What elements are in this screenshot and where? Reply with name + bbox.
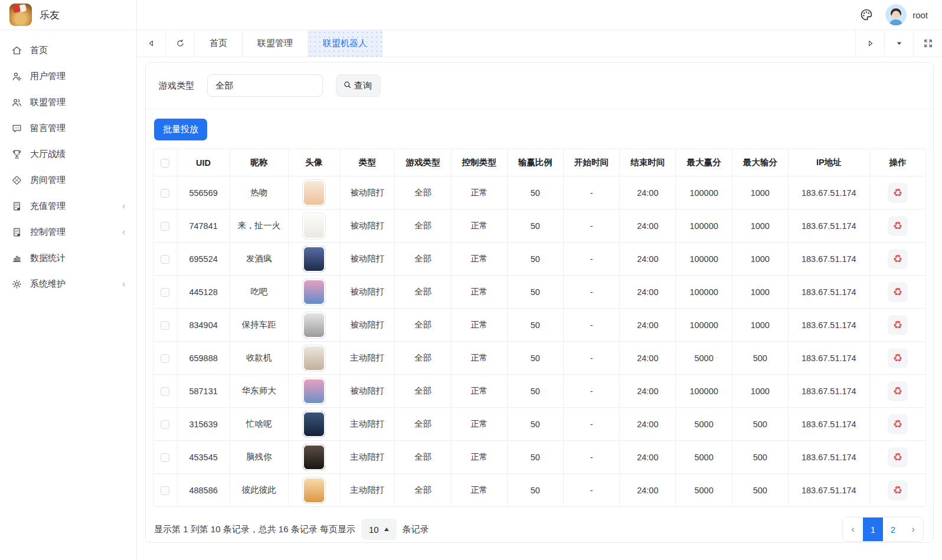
row-checkbox[interactable]: [161, 354, 169, 363]
users-icon: [11, 97, 22, 108]
redeploy-button[interactable]: ♻: [888, 216, 908, 236]
page-button-1[interactable]: 1: [863, 518, 883, 541]
tab-tool-buttons: [855, 30, 942, 57]
batch-deploy-button[interactable]: 批量投放: [154, 119, 207, 140]
palette-icon[interactable]: [859, 8, 874, 22]
row-checkbox[interactable]: [161, 222, 169, 231]
table-row: 556569热吻被动陪打全部正常50-24:001000001000183.67…: [153, 176, 926, 209]
column-header-开始时间: 开始时间: [563, 149, 619, 176]
tab-首页[interactable]: 首页: [195, 30, 243, 57]
redeploy-button[interactable]: ♻: [888, 183, 908, 203]
search-button[interactable]: 查询: [336, 74, 381, 97]
chevron-left-icon: ‹: [122, 202, 125, 210]
search-button-label: 查询: [354, 80, 372, 91]
redeploy-button[interactable]: ♻: [888, 381, 908, 401]
row-checkbox[interactable]: [161, 486, 169, 495]
tab-联盟管理[interactable]: 联盟管理: [243, 30, 308, 57]
end-time-cell: 24:00: [620, 309, 676, 342]
row-avatar: [302, 378, 326, 405]
max-lose-cell: 1000: [732, 276, 788, 309]
sidebar-item-label: 房间管理: [30, 175, 66, 186]
records-summary: 显示第 1 到第 10 条记录，总共 16 条记录 每页显示: [154, 524, 355, 535]
ip-cell: 183.67.51.174: [788, 209, 869, 243]
row-checkbox[interactable]: [161, 420, 169, 429]
sidebar-item-label: 大厅战绩: [30, 149, 66, 160]
ip-cell: 183.67.51.174: [788, 309, 869, 342]
ratio-cell: 50: [507, 408, 563, 441]
column-header-输赢比例: 输赢比例: [507, 149, 563, 176]
select-all-checkbox[interactable]: [161, 159, 169, 168]
sidebar-item-message-mgmt[interactable]: 留言管理: [0, 115, 136, 141]
sidebar-item-home[interactable]: 首页: [0, 37, 136, 63]
ratio-cell: 50: [507, 375, 563, 408]
row-avatar: [302, 179, 326, 207]
row-checkbox[interactable]: [161, 255, 169, 264]
ratio-cell: 50: [507, 243, 563, 276]
action-cell: ♻: [869, 408, 925, 441]
start-time-cell: -: [563, 276, 619, 309]
max-lose-cell: 1000: [732, 375, 788, 408]
redeploy-button[interactable]: ♻: [888, 414, 908, 434]
redeploy-button[interactable]: ♻: [888, 249, 908, 269]
row-checkbox[interactable]: [161, 387, 169, 396]
panel-body: 批量投放 UID昵称头像类型游戏类型控制类型输赢比例开始时间结束时间最大赢分最大…: [146, 109, 933, 542]
building-icon: [11, 227, 22, 238]
sidebar-item-union-mgmt[interactable]: 联盟管理: [0, 89, 136, 115]
row-checkbox[interactable]: [161, 321, 169, 330]
type-cell: 主动陪打: [340, 441, 395, 474]
max-win-cell: 100000: [676, 243, 732, 276]
user-menu[interactable]: root: [885, 4, 928, 25]
game-type-cell: 全部: [395, 176, 451, 209]
row-checkbox[interactable]: [161, 453, 169, 462]
sidebar-item-label: 联盟管理: [30, 97, 66, 108]
prev-page-button[interactable]: ‹: [843, 518, 863, 541]
redeploy-button[interactable]: ♻: [888, 282, 908, 302]
pagination: ‹12›: [842, 517, 924, 542]
max-lose-cell: 1000: [732, 243, 788, 276]
arrow-left-icon[interactable]: [137, 30, 166, 57]
row-select-cell: [153, 441, 178, 474]
row-checkbox[interactable]: [161, 189, 169, 198]
arrow-right-icon[interactable]: [855, 30, 884, 57]
sidebar-item-user-mgmt[interactable]: 用户管理: [0, 63, 136, 89]
start-time-cell: -: [563, 309, 619, 342]
table-row: 659888收款机主动陪打全部正常50-24:005000500183.67.5…: [153, 342, 926, 375]
sidebar-item-room-mgmt[interactable]: 房间管理: [0, 167, 136, 193]
redeploy-button[interactable]: ♻: [888, 480, 908, 500]
row-select-cell: [153, 176, 178, 209]
start-time-cell: -: [563, 441, 619, 474]
page-size-select[interactable]: 10: [361, 519, 397, 540]
user-gear-icon: [11, 71, 22, 82]
max-win-cell: 100000: [676, 375, 732, 408]
start-time-cell: -: [563, 375, 619, 408]
row-checkbox[interactable]: [161, 288, 169, 297]
sidebar-item-label: 系统维护: [30, 279, 66, 290]
redeploy-button[interactable]: ♻: [888, 315, 908, 335]
sidebar-item-system-maint[interactable]: 系统维护‹: [0, 271, 136, 297]
page-button-2[interactable]: 2: [883, 518, 903, 541]
max-win-cell: 5000: [676, 474, 732, 507]
sidebar-item-hall-records[interactable]: 大厅战绩: [0, 141, 136, 167]
refresh-icon[interactable]: [166, 30, 195, 57]
next-page-button[interactable]: ›: [903, 518, 923, 541]
end-time-cell: 24:00: [620, 176, 676, 209]
caret-down-icon[interactable]: [884, 30, 913, 57]
sidebar-item-data-stats[interactable]: 数据统计: [0, 245, 136, 271]
sidebar-item-label: 控制管理: [30, 227, 66, 238]
diamond-icon: [11, 175, 22, 186]
type-cell: 主动陪打: [340, 474, 395, 507]
fullscreen-icon[interactable]: [913, 30, 942, 57]
row-avatar: [302, 477, 326, 504]
tab-联盟机器人[interactable]: 联盟机器人: [308, 30, 382, 57]
redeploy-button[interactable]: ♻: [888, 348, 908, 368]
sidebar-item-control-mgmt[interactable]: 控制管理‹: [0, 219, 136, 245]
nickname-cell: 华东师大: [230, 375, 288, 408]
max-lose-cell: 1000: [732, 309, 788, 342]
uid-cell: 488586: [177, 474, 230, 507]
ip-cell: 183.67.51.174: [788, 342, 869, 375]
redeploy-button[interactable]: ♻: [888, 447, 908, 467]
max-lose-cell: 1000: [732, 176, 788, 209]
sidebar-item-recharge-mgmt[interactable]: 充值管理‹: [0, 193, 136, 219]
game-type-select[interactable]: 全部: [207, 74, 323, 97]
column-header-最大赢分: 最大赢分: [676, 149, 732, 176]
